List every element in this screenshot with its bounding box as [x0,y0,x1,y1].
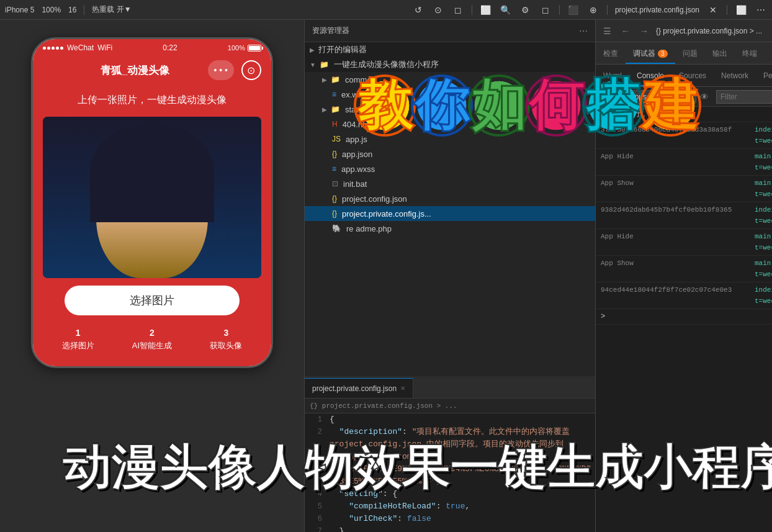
tree-item-appjs[interactable]: JS app.js [305,132,595,147]
static-folder-icon: 📁 [331,105,340,114]
devtools-tab-terminal-label: 终端 [742,48,757,59]
toolbar-icon-4[interactable]: ⬜ [480,4,492,16]
open-editors-label: 打开的编辑器 [318,44,367,55]
devtools-tab-issues-label: 问题 [683,48,698,59]
tree-item-projectprivate[interactable]: {} project.private.config.js... [305,206,595,221]
console-tab-sources[interactable]: Sources [671,66,714,86]
exwxss-label: ex.wxss [341,90,370,99]
open-editors-item[interactable]: ▶ 打开的编辑器 [305,42,595,57]
appservice-eye-icon[interactable]: 👁 [700,92,709,102]
toolbar-menu-icon[interactable]: ⋯ [755,4,767,16]
console-tab-network[interactable]: Network [714,66,756,86]
battery-percent: 100% [228,44,245,52]
toolbar-icon-1[interactable]: ↺ [412,4,424,16]
tree-item-404[interactable]: H 404.html [305,117,595,132]
toolbar-icon-9[interactable]: ⊕ [587,4,599,16]
project-root-item[interactable]: ▼ 📁 一键生成动漫头像微信小程序 [305,57,595,72]
console-filter-input[interactable] [716,90,772,104]
code-editor[interactable]: {} project.private.config.json > ... 1 {… [305,399,595,532]
line-content-4: "setting": { [327,488,397,500]
editor-breadcrumb: {} project.private.config.json > ... [310,402,457,410]
wifi-icon: WiFi [97,43,112,52]
appjs-label: app.js [346,135,367,144]
phone-frame: WeChat WiFi 0:22 100% 青狐_动漫头像 • • • [31,37,273,368]
console-row-prompt[interactable]: > [596,309,772,325]
toolbar-icon-8[interactable]: ⬛ [567,4,580,16]
devtools-tab-issues[interactable]: 问题 [675,44,705,64]
line-content-6: "urlCheck": false [327,513,431,525]
console-tab-wxml[interactable]: Wxml [596,66,629,86]
devtools-back-icon[interactable]: ← [619,25,632,37]
phone-steps: 1 选择图片 2 AI智能生成 3 获取头像 [43,323,261,356]
step-3: 3 获取头像 [210,328,242,351]
tree-item-appwxss[interactable]: ≡ app.wxss [305,161,595,176]
editor-tabs: project.private.config.json ✕ [305,376,595,399]
appservice-icon-2[interactable]: 🚫 [611,92,620,101]
devtools-forward-icon[interactable]: → [637,25,651,37]
tree-item-appjson[interactable]: {} app.json [305,147,595,161]
tree-item-readme[interactable]: 🐘 re adme.php [305,221,595,236]
scale-num: 16 [68,6,76,14]
tab-close-icon[interactable]: ✕ [400,385,405,392]
devtools-tab-terminal[interactable]: 终端 [735,44,765,64]
close-tab-icon[interactable]: ✕ [707,4,719,16]
devtools-tab-quality[interactable]: 代码质量 [765,44,772,64]
projectprivate-icon: {} [332,209,337,218]
console-val-4: index.js?t=wechat&s=..d2da338fee6ca30d1:… [755,204,772,227]
devtools-panel: ☰ ← → {} project.private.config.json > .… [596,20,772,532]
middle-panel: 资源管理器 ⋯ ▶ 打开的编辑器 ▼ 📁 一键生成动漫头像微信小程序 ▶ 📁 c… [304,20,596,532]
line-content-5: "compileHotReLoad": true, [327,500,470,513]
line-content-3b: %AB%E5%A4%B4%E5%83%8F", [327,476,441,488]
code-line-6: 6 "urlCheck": false [305,513,595,525]
line-num-2: 2 [305,426,327,438]
common-arrow: ▶ [322,76,327,83]
appservice-select[interactable]: appservice (#1) [624,90,696,104]
devtools-toggle-icon[interactable]: ☰ [601,25,614,37]
explorer-new-file-icon[interactable]: ⋯ [579,26,588,36]
step-2-label: AI智能生成 [132,340,172,351]
line-content-7: } [327,525,344,532]
tree-item-common[interactable]: ▶ 📁 common [305,72,595,87]
code-line-1: 1 { [305,413,595,426]
toolbar-icon-6[interactable]: ⚙ [519,4,532,16]
console-tab-console[interactable]: Console [629,66,671,86]
console-tab-network-label: Network [721,71,748,80]
devtools-tab-output-label: 输出 [712,48,727,59]
dot-4 [56,47,59,50]
toolbar-icon-2[interactable]: ⊙ [432,4,444,16]
phone-image-area [43,117,261,278]
appjson-icon: {} [332,150,337,158]
console-body[interactable]: HTTPS 止于。 3787507b660b406ca467b1ad3a38a5… [596,107,772,532]
line-content-2c: ...(appid).qq.com/ [327,451,416,463]
editor-tab-active[interactable]: project.private.config.json ✕ [305,378,413,398]
nav-title: 青狐_动漫头像 [101,63,169,78]
toolbar-expand-icon[interactable]: ⬜ [735,4,747,16]
phone-nav-bar: 青狐_动漫头像 • • • ⊙ [33,56,271,84]
devtools-tab-output[interactable]: 输出 [705,44,735,64]
tree-item-projectconfig[interactable]: {} project.config.json [305,191,595,206]
tree-item-static[interactable]: ▶ 📁 static [305,102,595,117]
devtools-tab-check[interactable]: 检查 [596,44,626,64]
common-folder-icon: 📁 [331,75,340,84]
devtools-tab-debugger[interactable]: 调试器 3 [626,44,675,64]
appservice-icon-1[interactable]: ⊡ [601,92,607,101]
hotreload-toggle[interactable]: 热重载 开▼ [92,4,131,15]
select-image-button[interactable]: 选择图片 [65,286,240,315]
code-line-2b: project.config.json 中的相同字段。项目的改动优先同步到 [305,438,595,451]
toolbar-icon-7[interactable]: ◻ [539,4,552,16]
console-tab-performance[interactable]: Performance [756,66,772,86]
line-num-1: 1 [305,413,327,426]
tree-item-exwxss[interactable]: ≡ ex.wxss [305,87,595,102]
phone-status-bar: WeChat WiFi 0:22 100% [33,39,271,56]
console-row-5: App Hide main.js?t=wechat&s=1..1fedbfb6d… [596,229,772,256]
nav-dots-button[interactable]: • • • [208,60,234,80]
nav-record-button[interactable]: ⊙ [241,60,261,80]
tree-item-initbat[interactable]: ⊡ init.bat [305,176,595,191]
line-num-3b [305,476,327,488]
device-selector[interactable]: iPhone 5 [5,6,34,14]
toolbar-icon-5[interactable]: 🔍 [500,4,512,16]
appjs-icon: JS [332,135,341,143]
projectconfig-label: project.config.json [342,194,407,204]
toolbar-icon-3[interactable]: ◻ [452,4,464,16]
scale-display: 100% [42,6,61,14]
